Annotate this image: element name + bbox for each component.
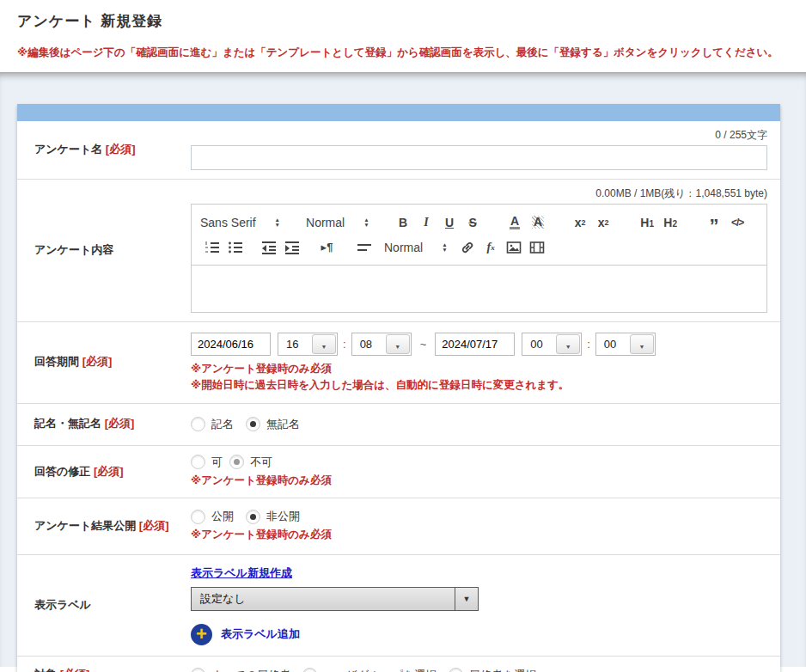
period-tilde: ~ — [420, 338, 427, 351]
form-row-survey-name: アンケート名 [必須] 0 / 255文字 — [17, 121, 780, 180]
radio-all-students[interactable]: すべての履修者 — [191, 668, 290, 672]
form-row-naming: 記名・無記名 [必須] 記名 無記名 — [17, 404, 780, 446]
start-minute-spinner[interactable]: 08 ▼ — [351, 333, 412, 356]
indent-icon[interactable] — [280, 237, 303, 258]
modification-label: 回答の修正 [必須] — [17, 455, 191, 490]
select-dropdown-arrow-icon[interactable]: ▼ — [455, 588, 478, 610]
link-icon[interactable] — [456, 237, 479, 258]
end-hour-spinner[interactable]: 00 ▼ — [522, 333, 582, 356]
required-badge: [必須] — [106, 143, 136, 156]
radio-circle[interactable] — [302, 668, 317, 672]
required-badge: [必須] — [82, 355, 113, 368]
subscript-icon[interactable]: x2 — [569, 212, 592, 233]
survey-content-label: アンケート内容 — [17, 233, 191, 268]
radio-select-user-group[interactable]: ユーザグループを選択 — [302, 668, 437, 672]
radio-public[interactable]: 公開 — [191, 509, 234, 524]
text-color-icon[interactable]: A — [504, 212, 527, 233]
required-badge: [必須] — [94, 465, 124, 478]
chevron-updown-icon: ▲▼ — [275, 217, 280, 227]
survey-name-label: アンケート名 [必須] — [17, 132, 191, 168]
required-badge: [必須] — [105, 417, 135, 430]
size-select[interactable]: Normal ▲▼ — [306, 216, 369, 229]
survey-form-panel: アンケート名 [必須] 0 / 255文字 アンケート内容 0.00MB / 1… — [17, 104, 780, 672]
radio-circle[interactable] — [191, 455, 205, 469]
font-select[interactable]: Sans Serif ▲▼ — [200, 216, 280, 229]
form-row-target: 対象 [必須] すべての履修者 ユーザグループを選択 履修者を選択 — [17, 657, 780, 672]
spinner-down-icon[interactable]: ▼ — [630, 334, 654, 354]
radio-select-students[interactable]: 履修者を選択 — [449, 668, 536, 672]
formula-icon[interactable]: fx — [479, 237, 503, 258]
create-display-label-link[interactable]: 表示ラベル新規作成 — [191, 565, 292, 581]
underline-icon[interactable]: U — [438, 212, 461, 233]
period-note-1: ※アンケート登録時のみ必須 — [191, 361, 767, 377]
page-title: アンケート 新規登録 — [17, 11, 789, 31]
end-minute-spinner[interactable]: 00 ▼ — [595, 333, 656, 356]
editor-content-area[interactable] — [191, 266, 767, 313]
radio-circle-selected[interactable] — [246, 417, 260, 431]
result-publication-label: アンケート結果公開 [必須] — [17, 509, 191, 544]
display-label-select[interactable]: 設定なし ▼ — [191, 587, 479, 611]
required-badge: [必須] — [60, 668, 90, 672]
outdent-icon[interactable] — [257, 237, 280, 258]
add-display-label-button[interactable]: + 表示ラベル追加 — [191, 624, 767, 645]
start-date-input[interactable] — [191, 333, 271, 356]
survey-content-size-counter: 0.00MB / 1MB(残り：1,048,551 byte) — [191, 186, 767, 201]
blockquote-icon[interactable]: ” — [703, 212, 726, 233]
required-badge: [必須] — [139, 519, 169, 532]
align-icon[interactable] — [352, 237, 376, 258]
strikethrough-icon[interactable]: S — [461, 212, 485, 233]
answer-period-label: 回答期間 [必須] — [17, 345, 191, 380]
spinner-down-icon[interactable]: ▼ — [312, 334, 336, 354]
header-1-icon[interactable]: H1 — [636, 212, 659, 233]
radio-private[interactable]: 非公開 — [246, 509, 300, 524]
bold-icon[interactable]: B — [392, 212, 415, 233]
radio-modification-not-allowed[interactable]: 不可 — [229, 455, 272, 470]
radio-circle[interactable] — [191, 417, 205, 431]
radio-anonymous[interactable]: 無記名 — [246, 417, 300, 432]
panel-accent-bar — [17, 104, 780, 121]
edit-instruction-notice: ※編集後はページ下の「確認画面に進む」または「テンプレートとして登録」から確認画… — [17, 46, 789, 60]
spinner-down-icon[interactable]: ▼ — [386, 334, 410, 354]
form-row-survey-content: アンケート内容 0.00MB / 1MB(残り：1,048,551 byte) … — [17, 180, 780, 322]
target-label: 対象 [必須] — [17, 657, 191, 672]
start-hour-spinner[interactable]: 16 ▼ — [278, 333, 338, 356]
form-row-modification: 回答の修正 [必須] 可 不可 ※アンケート登録時のみ必須 — [17, 446, 780, 498]
background-color-icon[interactable]: A — [527, 212, 550, 233]
survey-name-input[interactable] — [191, 145, 767, 170]
period-note-2: ※開始日時に過去日時を入力した場合は、自動的に登録日時に変更されます。 — [191, 377, 767, 394]
radio-circle[interactable] — [449, 668, 463, 672]
time-colon: : — [343, 338, 346, 351]
display-label-label: 表示ラベル — [17, 588, 191, 623]
radio-circle-selected[interactable] — [229, 455, 244, 469]
spinner-down-icon[interactable]: ▼ — [556, 334, 580, 354]
naming-label: 記名・無記名 [必須] — [17, 406, 191, 442]
ordered-list-icon[interactable] — [200, 237, 223, 258]
chevron-updown-icon: ▲▼ — [442, 242, 447, 252]
radio-modification-allowed[interactable]: 可 — [191, 455, 223, 470]
radio-circle[interactable] — [191, 510, 205, 524]
page-header: アンケート 新規登録 ※編集後はページ下の「確認画面に進む」または「テンプレート… — [0, 0, 806, 73]
form-row-display-label: 表示ラベル 表示ラベル新規作成 設定なし ▼ + 表示ラベル追加 — [17, 555, 780, 657]
radio-named[interactable]: 記名 — [191, 417, 234, 432]
end-date-input[interactable] — [435, 333, 515, 356]
radio-circle-selected[interactable] — [191, 668, 205, 672]
time-colon: : — [587, 338, 590, 351]
video-icon[interactable] — [526, 237, 549, 258]
modification-note: ※アンケート登録時のみ必須 — [191, 473, 767, 489]
chevron-updown-icon: ▲▼ — [363, 217, 369, 227]
superscript-icon[interactable]: x2 — [592, 212, 615, 233]
editor-toolbar: Sans Serif ▲▼ Normal ▲▼ — [191, 204, 767, 266]
result-publication-note: ※アンケート登録時のみ必須 — [191, 527, 767, 543]
bullet-list-icon[interactable] — [223, 237, 247, 258]
image-icon[interactable] — [503, 237, 526, 258]
form-row-result-publication: アンケート結果公開 [必須] 公開 非公開 ※アンケート登録時のみ必須 — [17, 498, 780, 554]
plus-icon: + — [191, 624, 212, 645]
form-row-answer-period: 回答期間 [必須] 16 ▼ : 08 ▼ ~ — [17, 322, 780, 404]
italic-icon[interactable]: I — [415, 212, 438, 233]
radio-circle-selected[interactable] — [246, 510, 260, 524]
code-block-icon[interactable]: </> — [726, 212, 749, 233]
header-2-icon[interactable]: H2 — [659, 212, 682, 233]
style-select[interactable]: Normal ▲▼ — [384, 241, 448, 254]
survey-name-char-counter: 0 / 255文字 — [191, 128, 767, 143]
text-direction-icon[interactable]: ▸¶ — [315, 237, 339, 258]
